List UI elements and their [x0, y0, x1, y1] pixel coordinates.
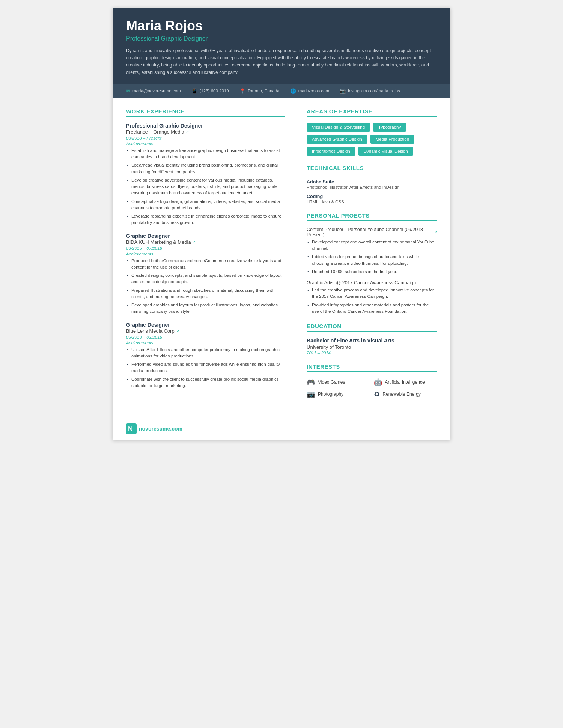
contact-bar: ✉ maria@novoresume.com 📱 (123) 600 2019 … [113, 84, 450, 98]
list-item: Spearhead visual identity including bran… [126, 162, 285, 175]
contact-phone: 📱 (123) 600 2019 [191, 88, 229, 94]
interest-video-games-label: Video Games [318, 380, 345, 385]
tag-visual-design: Visual Design & Storytelling [307, 123, 370, 132]
contact-location: 📍 Toronto, Canada [239, 88, 280, 94]
phone-icon: 📱 [191, 88, 197, 94]
right-column: AREAS OF EXPERTISE Visual Design & Story… [296, 98, 450, 417]
education-title: EDUCATION [307, 323, 437, 332]
novoresume-logo-icon: N [126, 423, 137, 434]
tag-media-production: Media Production [370, 135, 415, 144]
job-2-achievements: Produced both eCommerce and non-eCommerc… [126, 258, 285, 315]
video-games-icon: 🎮 [307, 378, 315, 386]
job-2-title: Graphic Designer [126, 233, 285, 239]
project-1-ext-icon[interactable]: ↗ [434, 230, 437, 234]
job-3-title: Graphic Designer [126, 322, 285, 328]
website-icon: 🌐 [290, 88, 296, 94]
skill-coding: Coding HTML, Java & CSS [307, 194, 437, 204]
job-1-achievements: Establish and manage a freelance graphic… [126, 147, 285, 226]
brand-name: novoresume.com [139, 426, 182, 432]
list-item: Led the creative process and developed i… [307, 287, 437, 300]
job-1-title: Professional Graphic Designer [126, 123, 285, 129]
footer: N novoresume.com [113, 417, 450, 440]
resume-container: Maria Rojos Professional Graphic Designe… [113, 8, 450, 440]
list-item: Reached 10.000 subscribers in the first … [307, 269, 437, 275]
project-2-list: Led the creative process and developed i… [307, 287, 437, 315]
job-3-ext-link-icon[interactable]: ↗ [176, 329, 179, 333]
work-experience-title: WORK EXPERIENCE [126, 108, 285, 117]
list-item: Develop creative advertising content for… [126, 177, 285, 197]
personal-projects-title: PERSONAL PROECTS [307, 212, 437, 221]
email-icon: ✉ [126, 88, 130, 94]
contact-instagram: 📷 instagram.com/maria_rojos [340, 88, 400, 94]
job-2-achievements-label: Achievements [126, 252, 285, 256]
list-item: Developed graphics and layouts for produ… [126, 302, 285, 315]
project-1-title: Content Producer - Personal Youtube Chan… [307, 227, 437, 237]
list-item: Conceptualize logo design, gif animation… [126, 198, 285, 212]
list-item: Leverage rebranding expertise in enhanci… [126, 213, 285, 226]
left-column: WORK EXPERIENCE Professional Graphic Des… [113, 98, 296, 417]
interest-photography-label: Photography [318, 392, 343, 397]
job-1: Professional Graphic Designer Freelance … [126, 123, 285, 226]
interest-video-games: 🎮 Video Games [307, 378, 370, 386]
list-item: Prepared illustrations and rough sketche… [126, 287, 285, 300]
job-1-achievements-label: Achievements [126, 141, 285, 146]
skill-coding-name: Coding [307, 194, 437, 199]
project-2-title: Graphic Artist @ 2017 Cancer Awareness C… [307, 280, 437, 285]
contact-website: 🌐 maria-rojos.com [290, 88, 329, 94]
interest-ai-label: Artificial Intelligence [385, 380, 425, 385]
list-item: Establish and manage a freelance graphic… [126, 147, 285, 161]
list-item: Produced both eCommerce and non-eCommerc… [126, 258, 285, 271]
job-1-ext-link-icon[interactable]: ↗ [186, 130, 189, 134]
interests-grid: 🎮 Video Games 🤖 Artificial Intelligence … [307, 378, 437, 398]
interest-renewable-energy: ♻ Renewable Energy [374, 390, 437, 398]
education-section: EDUCATION Bachelor of Fine Arts in Visua… [307, 323, 437, 355]
job-3-achievements: Utilized After Effects and other compute… [126, 347, 285, 389]
technical-skills-title: TECHNICAL SKILLS [307, 165, 437, 173]
photography-icon: 📷 [307, 390, 315, 398]
expertise-title: AREAS OF EXPERTISE [307, 108, 437, 117]
candidate-summary: Dynamic and innovative professional with… [126, 47, 437, 76]
candidate-name: Maria Rojos [126, 18, 437, 34]
interest-renewable-energy-label: Renewable Energy [383, 392, 421, 397]
list-item: Edited videos for proper timings of audi… [307, 254, 437, 267]
list-item: Coordinate with the client to successful… [126, 376, 285, 389]
tag-dynamic-visual: Dynamic Visual Design [358, 147, 413, 156]
list-item: Created designs, concepts, and sample la… [126, 272, 285, 285]
brand-logo: N novoresume.com [126, 423, 182, 434]
job-2-company: BIDA KUH Marketing & Media ↗ [126, 239, 285, 245]
technical-skills-section: TECHNICAL SKILLS Adobe Suite Photoshop, … [307, 165, 437, 204]
personal-projects-section: PERSONAL PROECTS Content Producer - Pers… [307, 212, 437, 315]
job-3-achievements-label: Achievements [126, 341, 285, 345]
edu-degree: Bachelor of Fine Arts in Visual Arts [307, 338, 437, 344]
tag-typography: Typography [373, 123, 406, 132]
candidate-title: Professional Graphic Designer [126, 35, 437, 42]
job-3-company: Blue Lens Media Corp ↗ [126, 328, 285, 334]
list-item: Developed concept and overall content of… [307, 239, 437, 252]
interest-photography: 📷 Photography [307, 390, 370, 398]
tag-advanced-graphic: Advanced Graphic Design [307, 135, 367, 144]
job-2: Graphic Designer BIDA KUH Marketing & Me… [126, 233, 285, 315]
skill-adobe-detail: Photoshop, Illustrator, After Effects an… [307, 185, 437, 189]
renewable-energy-icon: ♻ [374, 390, 380, 398]
instagram-icon: 📷 [340, 88, 346, 94]
job-1-company: Freelance – Orange Media ↗ [126, 129, 285, 135]
interests-title: INTERESTS [307, 363, 437, 372]
job-2-dates: 03/2015 – 07/2018 [126, 246, 285, 251]
job-1-dates: 08/2018 – Present [126, 136, 285, 140]
job-3: Graphic Designer Blue Lens Media Corp ↗ … [126, 322, 285, 389]
list-item: Provided infographics and other material… [307, 302, 437, 315]
tag-infographics: Infographics Design [307, 147, 355, 156]
job-2-ext-link-icon[interactable]: ↗ [193, 240, 196, 244]
skill-adobe-name: Adobe Suite [307, 179, 437, 185]
edu-school: University of Toronto [307, 344, 437, 350]
main-content: WORK EXPERIENCE Professional Graphic Des… [113, 98, 450, 417]
list-item: Utilized After Effects and other compute… [126, 347, 285, 360]
svg-text:N: N [128, 425, 133, 433]
job-3-dates: 05/2013 – 02/2015 [126, 335, 285, 339]
contact-email: ✉ maria@novoresume.com [126, 88, 181, 94]
header-section: Maria Rojos Professional Graphic Designe… [113, 8, 450, 84]
interests-section: INTERESTS 🎮 Video Games 🤖 Artificial Int… [307, 363, 437, 398]
ai-icon: 🤖 [374, 378, 382, 386]
list-item: Performed video and sound editing for di… [126, 361, 285, 374]
project-1-list: Developed concept and overall content of… [307, 239, 437, 275]
